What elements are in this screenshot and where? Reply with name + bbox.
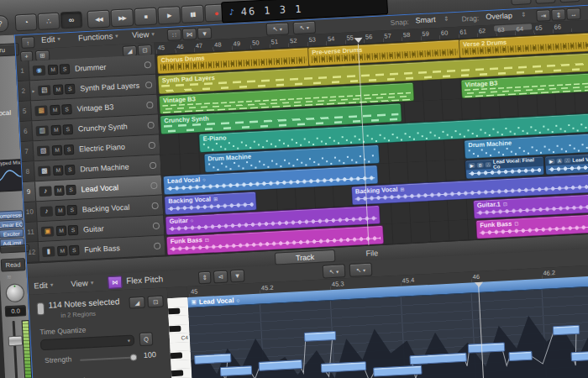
dots-grid-icon[interactable]: ∷: [167, 29, 182, 41]
track-status-ring[interactable]: [151, 202, 158, 208]
resize-icon[interactable]: ↔: [566, 8, 581, 20]
playhead-marker[interactable]: [354, 38, 362, 44]
mute-button[interactable]: M: [52, 144, 63, 155]
snap-stepper[interactable]: ⇕: [444, 15, 449, 22]
track-status-ring[interactable]: [149, 141, 155, 148]
solo-button[interactable]: S: [61, 103, 72, 114]
zoom-stepper-icon[interactable]: ⇕: [551, 8, 566, 21]
track-status-ring[interactable]: [150, 181, 157, 188]
zoom-fit-button[interactable]: ⇥: [511, 0, 532, 5]
stepper-button[interactable]: ⇕: [535, 0, 556, 4]
flex-icon[interactable]: ⋈: [108, 276, 123, 289]
mute-button[interactable]: M: [48, 64, 59, 75]
mute-button[interactable]: M: [54, 185, 65, 196]
piano-key-black[interactable]: [171, 370, 183, 376]
take-list-icon[interactable]: ∴: [564, 157, 571, 162]
control-knob-button[interactable]: ◔: [15, 13, 38, 31]
plugin-slot-compressor[interactable]: Compressor: [0, 210, 23, 220]
editor-filter-icon[interactable]: ▼: [230, 269, 245, 282]
automation-mode-button[interactable]: Read: [1, 258, 26, 271]
view-menu[interactable]: View▾: [132, 29, 155, 39]
inspector-auto-icon[interactable]: ◢: [129, 297, 145, 309]
editor-left-tool-menu[interactable]: ↖▾: [323, 264, 346, 278]
take-play-icon[interactable]: ▶: [548, 158, 555, 163]
editor-view-menu[interactable]: View▾: [71, 278, 93, 288]
quick-help-button[interactable]: ?: [0, 15, 9, 33]
piano-key-black[interactable]: [169, 326, 181, 333]
flex-pitch-note[interactable]: [220, 365, 253, 376]
flex-pitch-note[interactable]: [468, 342, 506, 353]
edit-menu[interactable]: Edit▾: [41, 34, 60, 45]
forward-button[interactable]: ▶▶: [110, 8, 134, 27]
eq-thumbnail[interactable]: Hyped Mix: [0, 159, 24, 192]
play-button[interactable]: ▶: [157, 6, 181, 24]
mute-button[interactable]: M: [53, 84, 64, 95]
tab-file[interactable]: File: [352, 246, 393, 259]
solo-button[interactable]: S: [66, 204, 77, 215]
region-lead-vocal[interactable]: ▶A∴Lead Vocal: [544, 153, 588, 176]
quantize-apply-button[interactable]: Q: [139, 332, 154, 346]
track-status-ring[interactable]: [147, 121, 154, 128]
output-slot[interactable]: Vocal: [0, 109, 11, 118]
solo-button[interactable]: S: [69, 244, 80, 255]
pause-button[interactable]: ▮▮: [181, 5, 204, 24]
drag-value[interactable]: Overlap: [486, 11, 512, 21]
region-disclosure-icon[interactable]: ▣: [192, 299, 197, 306]
solo-button[interactable]: S: [65, 164, 76, 175]
plugin-slot-linear-eq[interactable]: Linear EQ: [0, 219, 24, 229]
mute-button[interactable]: M: [53, 165, 64, 176]
loop-browser-button[interactable]: ∞: [60, 11, 82, 29]
mute-button[interactable]: M: [50, 104, 60, 115]
mute-button[interactable]: M: [56, 225, 67, 236]
crossfade-icon[interactable]: ⋈: [182, 28, 197, 40]
monitor-icon[interactable]: ⊲: [213, 270, 228, 284]
stop-button[interactable]: ■: [134, 8, 157, 26]
editor-command-tool-menu[interactable]: ↖▾: [349, 263, 373, 277]
snap-value[interactable]: Smart: [415, 15, 436, 24]
mute-button[interactable]: M: [57, 245, 68, 256]
solo-button[interactable]: S: [62, 123, 73, 134]
mute-button[interactable]: M: [50, 124, 61, 135]
solo-button[interactable]: S: [65, 83, 76, 94]
resize-button[interactable]: ↔: [559, 0, 580, 3]
track-status-ring[interactable]: [145, 81, 152, 87]
inspector-zoom-icon[interactable]: ⊡: [147, 296, 164, 308]
rewind-button[interactable]: ◀◀: [87, 9, 110, 28]
editor-playhead-marker[interactable]: [474, 282, 482, 288]
take-play-icon[interactable]: ▶: [468, 162, 475, 167]
catch-playhead-icon[interactable]: ⇥: [536, 9, 551, 22]
flex-pitch-note[interactable]: [508, 351, 533, 361]
solo-button[interactable]: S: [68, 224, 79, 235]
flex-pitch-note[interactable]: [553, 325, 580, 336]
solo-button[interactable]: S: [64, 144, 75, 155]
track-status-ring[interactable]: [153, 222, 160, 228]
input-slot[interactable]: Thru: [0, 43, 19, 57]
functions-menu[interactable]: Functions▾: [78, 31, 118, 42]
flex-pitch-note[interactable]: [570, 351, 588, 361]
flex-pitch-note[interactable]: [194, 353, 232, 364]
piano-key-black[interactable]: [171, 352, 182, 359]
flex-pitch-note[interactable]: [304, 331, 337, 342]
track-status-ring[interactable]: [154, 242, 160, 249]
drag-stepper[interactable]: ⇕: [521, 12, 526, 18]
filter-icon[interactable]: ▼: [197, 27, 213, 39]
disclosure-triangle-icon[interactable]: ▸: [32, 87, 34, 93]
solo-button[interactable]: S: [60, 64, 71, 75]
track-status-ring[interactable]: [150, 161, 156, 168]
time-quantize-dropdown[interactable]: ▾: [40, 334, 135, 350]
mute-button[interactable]: M: [55, 205, 66, 216]
take-list-icon[interactable]: ∴: [485, 161, 491, 166]
command-click-tool-menu[interactable]: ↖▾: [292, 21, 316, 34]
strength-slider[interactable]: [80, 356, 135, 360]
plugin-slot-exciter[interactable]: Exciter: [0, 228, 24, 239]
fader-cap[interactable]: [8, 335, 24, 346]
solo-button[interactable]: S: [66, 184, 76, 195]
editor-stepper-icon[interactable]: ⇕: [198, 271, 212, 285]
pan-knob[interactable]: [5, 283, 24, 302]
left-click-tool-menu[interactable]: ↖▾: [265, 22, 289, 35]
strength-slider-knob[interactable]: [130, 354, 137, 360]
track-status-ring[interactable]: [146, 101, 153, 108]
piano-key-black[interactable]: [168, 308, 180, 315]
track-status-ring[interactable]: [144, 60, 151, 67]
hide-toolbar-button[interactable]: ↑: [21, 36, 35, 49]
